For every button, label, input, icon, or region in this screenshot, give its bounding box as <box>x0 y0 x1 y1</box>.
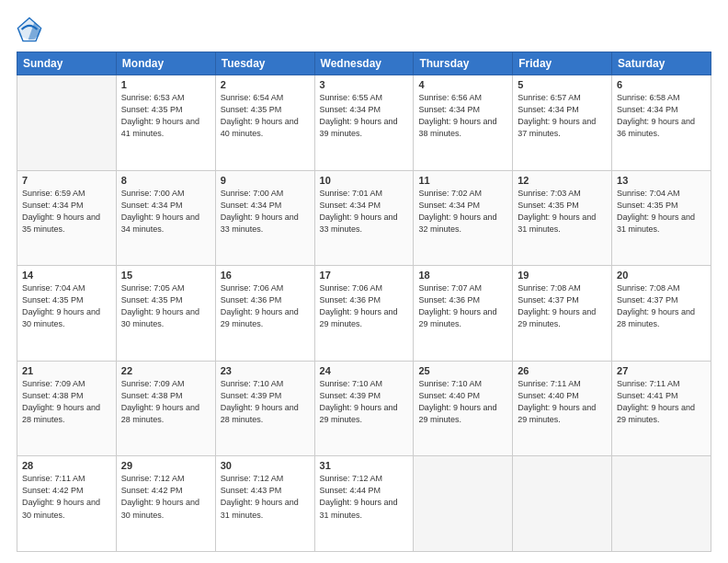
day-info: Sunrise: 7:12 AMSunset: 4:44 PMDaylight:… <box>320 473 409 521</box>
day-info: Sunrise: 6:57 AMSunset: 4:34 PMDaylight:… <box>518 92 607 140</box>
day-cell: 24Sunrise: 7:10 AMSunset: 4:39 PMDayligh… <box>314 361 414 456</box>
day-info: Sunrise: 7:07 AMSunset: 4:36 PMDaylight:… <box>418 282 507 330</box>
day-number: 31 <box>320 460 409 471</box>
day-info: Sunrise: 7:12 AMSunset: 4:43 PMDaylight:… <box>221 473 310 521</box>
day-number: 17 <box>320 270 409 281</box>
day-cell: 29Sunrise: 7:12 AMSunset: 4:42 PMDayligh… <box>116 456 215 552</box>
day-header-thursday: Thursday <box>414 52 513 75</box>
day-cell: 11Sunrise: 7:02 AMSunset: 4:34 PMDayligh… <box>414 170 513 266</box>
day-info: Sunrise: 7:02 AMSunset: 4:34 PMDaylight:… <box>418 188 507 236</box>
day-number: 9 <box>221 175 310 186</box>
day-cell: 17Sunrise: 7:06 AMSunset: 4:36 PMDayligh… <box>314 266 414 362</box>
day-info: Sunrise: 6:55 AMSunset: 4:34 PMDaylight:… <box>320 92 409 140</box>
day-cell: 19Sunrise: 7:08 AMSunset: 4:37 PMDayligh… <box>513 266 612 362</box>
day-cell: 12Sunrise: 7:03 AMSunset: 4:35 PMDayligh… <box>513 170 612 266</box>
day-cell: 23Sunrise: 7:10 AMSunset: 4:39 PMDayligh… <box>215 361 314 456</box>
day-info: Sunrise: 7:04 AMSunset: 4:35 PMDaylight:… <box>22 282 111 330</box>
day-info: Sunrise: 7:06 AMSunset: 4:36 PMDaylight:… <box>320 282 409 330</box>
day-number: 21 <box>22 365 111 376</box>
day-number: 22 <box>121 365 210 376</box>
day-header-monday: Monday <box>116 52 215 75</box>
day-info: Sunrise: 7:08 AMSunset: 4:37 PMDaylight:… <box>518 282 607 330</box>
day-cell: 14Sunrise: 7:04 AMSunset: 4:35 PMDayligh… <box>17 266 117 362</box>
day-number: 19 <box>518 270 607 281</box>
day-cell: 28Sunrise: 7:11 AMSunset: 4:42 PMDayligh… <box>17 456 117 552</box>
day-number: 5 <box>518 79 607 90</box>
logo-icon <box>17 17 42 42</box>
day-cell: 18Sunrise: 7:07 AMSunset: 4:36 PMDayligh… <box>414 266 513 362</box>
week-row-4: 28Sunrise: 7:11 AMSunset: 4:42 PMDayligh… <box>17 456 711 552</box>
day-number: 25 <box>418 365 507 376</box>
day-cell: 16Sunrise: 7:06 AMSunset: 4:36 PMDayligh… <box>215 266 314 362</box>
day-info: Sunrise: 7:01 AMSunset: 4:34 PMDaylight:… <box>320 188 409 236</box>
day-number: 20 <box>617 270 706 281</box>
day-info: Sunrise: 7:10 AMSunset: 4:39 PMDaylight:… <box>320 378 409 426</box>
day-cell <box>414 456 513 552</box>
day-number: 28 <box>22 460 111 471</box>
day-cell <box>513 456 612 552</box>
day-cell: 13Sunrise: 7:04 AMSunset: 4:35 PMDayligh… <box>612 170 711 266</box>
day-info: Sunrise: 7:12 AMSunset: 4:42 PMDaylight:… <box>121 473 210 521</box>
day-info: Sunrise: 7:00 AMSunset: 4:34 PMDaylight:… <box>121 188 210 236</box>
day-number: 24 <box>320 365 409 376</box>
day-cell: 26Sunrise: 7:11 AMSunset: 4:40 PMDayligh… <box>513 361 612 456</box>
day-number: 10 <box>320 175 409 186</box>
day-info: Sunrise: 6:58 AMSunset: 4:34 PMDaylight:… <box>617 92 706 140</box>
day-info: Sunrise: 7:03 AMSunset: 4:35 PMDaylight:… <box>518 188 607 236</box>
day-info: Sunrise: 7:05 AMSunset: 4:35 PMDaylight:… <box>121 282 210 330</box>
week-row-0: 1Sunrise: 6:53 AMSunset: 4:35 PMDaylight… <box>17 75 711 171</box>
calendar-table: SundayMondayTuesdayWednesdayThursdayFrid… <box>17 52 711 552</box>
day-info: Sunrise: 7:00 AMSunset: 4:34 PMDaylight:… <box>221 188 310 236</box>
day-info: Sunrise: 7:09 AMSunset: 4:38 PMDaylight:… <box>121 378 210 426</box>
day-cell: 25Sunrise: 7:10 AMSunset: 4:40 PMDayligh… <box>414 361 513 456</box>
day-info: Sunrise: 7:10 AMSunset: 4:40 PMDaylight:… <box>418 378 507 426</box>
day-number: 27 <box>617 365 706 376</box>
logo <box>17 17 46 42</box>
day-cell: 10Sunrise: 7:01 AMSunset: 4:34 PMDayligh… <box>314 170 414 266</box>
page: SundayMondayTuesdayWednesdayThursdayFrid… <box>0 0 728 563</box>
day-number: 15 <box>121 270 210 281</box>
day-info: Sunrise: 6:59 AMSunset: 4:34 PMDaylight:… <box>22 188 111 236</box>
day-cell: 8Sunrise: 7:00 AMSunset: 4:34 PMDaylight… <box>116 170 215 266</box>
day-cell <box>17 75 117 171</box>
day-cell: 31Sunrise: 7:12 AMSunset: 4:44 PMDayligh… <box>314 456 414 552</box>
day-header-tuesday: Tuesday <box>215 52 314 75</box>
week-row-2: 14Sunrise: 7:04 AMSunset: 4:35 PMDayligh… <box>17 266 711 362</box>
day-cell: 7Sunrise: 6:59 AMSunset: 4:34 PMDaylight… <box>17 170 117 266</box>
day-number: 18 <box>418 270 507 281</box>
day-info: Sunrise: 7:10 AMSunset: 4:39 PMDaylight:… <box>221 378 310 426</box>
day-cell: 6Sunrise: 6:58 AMSunset: 4:34 PMDaylight… <box>612 75 711 171</box>
day-number: 4 <box>418 79 507 90</box>
day-number: 12 <box>518 175 607 186</box>
day-cell: 5Sunrise: 6:57 AMSunset: 4:34 PMDaylight… <box>513 75 612 171</box>
day-info: Sunrise: 6:56 AMSunset: 4:34 PMDaylight:… <box>418 92 507 140</box>
day-cell: 3Sunrise: 6:55 AMSunset: 4:34 PMDaylight… <box>314 75 414 171</box>
day-number: 1 <box>121 79 210 90</box>
day-header-saturday: Saturday <box>612 52 711 75</box>
day-info: Sunrise: 7:11 AMSunset: 4:41 PMDaylight:… <box>617 378 706 426</box>
day-cell: 27Sunrise: 7:11 AMSunset: 4:41 PMDayligh… <box>612 361 711 456</box>
day-cell: 15Sunrise: 7:05 AMSunset: 4:35 PMDayligh… <box>116 266 215 362</box>
day-number: 8 <box>121 175 210 186</box>
day-number: 13 <box>617 175 706 186</box>
day-number: 3 <box>320 79 409 90</box>
day-cell: 20Sunrise: 7:08 AMSunset: 4:37 PMDayligh… <box>612 266 711 362</box>
day-cell <box>612 456 711 552</box>
day-info: Sunrise: 7:11 AMSunset: 4:40 PMDaylight:… <box>518 378 607 426</box>
day-info: Sunrise: 6:53 AMSunset: 4:35 PMDaylight:… <box>121 92 210 140</box>
day-info: Sunrise: 7:08 AMSunset: 4:37 PMDaylight:… <box>617 282 706 330</box>
day-number: 23 <box>221 365 310 376</box>
day-number: 2 <box>221 79 310 90</box>
day-number: 30 <box>221 460 310 471</box>
day-cell: 4Sunrise: 6:56 AMSunset: 4:34 PMDaylight… <box>414 75 513 171</box>
day-header-friday: Friday <box>513 52 612 75</box>
day-cell: 2Sunrise: 6:54 AMSunset: 4:35 PMDaylight… <box>215 75 314 171</box>
day-header-wednesday: Wednesday <box>314 52 414 75</box>
day-number: 29 <box>121 460 210 471</box>
day-cell: 21Sunrise: 7:09 AMSunset: 4:38 PMDayligh… <box>17 361 117 456</box>
day-number: 7 <box>22 175 111 186</box>
day-cell: 1Sunrise: 6:53 AMSunset: 4:35 PMDaylight… <box>116 75 215 171</box>
day-info: Sunrise: 7:11 AMSunset: 4:42 PMDaylight:… <box>22 473 111 521</box>
day-cell: 22Sunrise: 7:09 AMSunset: 4:38 PMDayligh… <box>116 361 215 456</box>
day-info: Sunrise: 6:54 AMSunset: 4:35 PMDaylight:… <box>221 92 310 140</box>
